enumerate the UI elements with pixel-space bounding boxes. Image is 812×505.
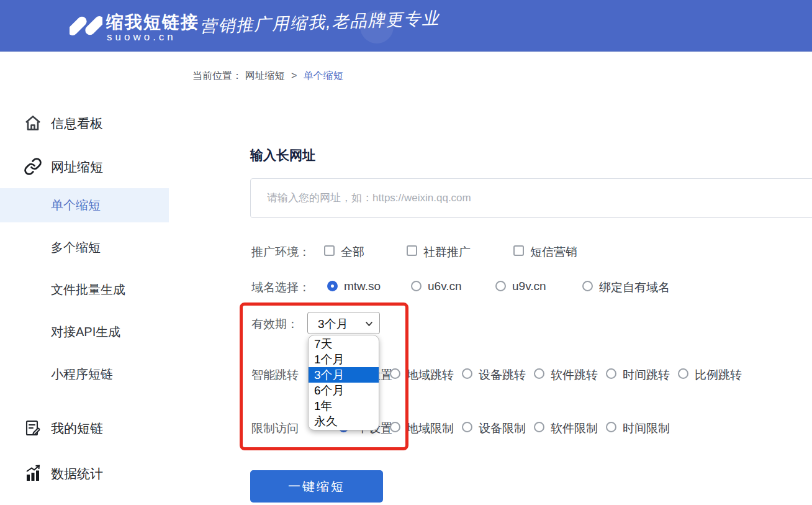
radio-软件跳转[interactable]	[534, 368, 544, 379]
radio-时间限制[interactable]	[606, 422, 616, 432]
validity-option[interactable]: 永久	[309, 414, 379, 429]
option-label[interactable]: 比例跳转	[695, 367, 742, 383]
sidebar-item-url-shorten[interactable]: 网址缩短	[0, 157, 169, 177]
option-label[interactable]: 短信营销	[530, 244, 577, 260]
checkbox-短信营销[interactable]	[513, 245, 524, 256]
option-label[interactable]: mtw.so	[344, 280, 381, 293]
home-icon	[24, 114, 42, 132]
validity-option[interactable]: 7天	[309, 336, 379, 352]
radio-时间跳转[interactable]	[606, 368, 616, 379]
breadcrumb: 当前位置： 网址缩短 > 单个缩短	[192, 70, 343, 83]
breadcrumb-parent-link[interactable]: 网址缩短	[245, 70, 284, 81]
restrict-access-label: 限制访问	[251, 421, 299, 437]
option-label[interactable]: u9v.cn	[512, 280, 546, 293]
shorten-button[interactable]: 一键缩短	[250, 470, 383, 503]
tagline-dot: ·	[190, 17, 196, 39]
brand-domain: suowo.cn	[107, 31, 176, 43]
radio-地域跳转[interactable]	[390, 368, 400, 379]
promo-env-row: 推广环境： 全部社群推广短信营销	[0, 243, 812, 260]
breadcrumb-current-link[interactable]: 单个缩短	[304, 70, 343, 81]
breadcrumb-prefix: 当前位置：	[192, 70, 242, 81]
promo-env-label: 推广环境：	[251, 244, 310, 260]
radio-mtw.so[interactable]	[327, 281, 338, 291]
restrict-access-row: 限制访问 不设置 地域限制设备限制软件限制时间限制	[0, 420, 812, 436]
validity-select[interactable]: 3个月	[307, 312, 380, 334]
sidebar-item-label: 数据统计	[51, 465, 103, 483]
validity-dropdown: 7天1个月3个月6个月1年永久	[308, 335, 379, 430]
breadcrumb-separator: >	[291, 70, 297, 81]
radio-绑定自有域名[interactable]	[582, 281, 593, 291]
option-label[interactable]: 设备限制	[479, 421, 526, 437]
page: 缩我短链接 suowo.cn · 营销推广用缩我,老品牌更专业 当前位置： 网址…	[0, 0, 812, 505]
validity-row: 有效期：	[0, 316, 812, 332]
radio-地域限制[interactable]	[390, 422, 400, 432]
brand-tagline: 营销推广用缩我,老品牌更专业	[199, 7, 440, 37]
long-url-input[interactable]	[250, 178, 812, 218]
validity-label: 有效期：	[251, 316, 299, 332]
link-icon	[24, 157, 42, 176]
chevron-down-icon	[364, 319, 374, 329]
radio-比例跳转[interactable]	[678, 368, 688, 379]
validity-option[interactable]: 3个月	[309, 367, 379, 383]
option-label[interactable]: 社群推广	[423, 244, 471, 260]
option-label[interactable]: 全部	[341, 244, 364, 260]
sidebar-item-dashboard[interactable]: 信息看板	[0, 114, 169, 134]
radio-设备限制[interactable]	[462, 422, 472, 432]
option-label[interactable]: 软件跳转	[551, 367, 598, 383]
radio-软件限制[interactable]	[534, 422, 544, 432]
validity-selected-value: 3个月	[318, 316, 348, 332]
radio-设备跳转[interactable]	[462, 368, 472, 379]
sidebar-item-statistics[interactable]: 数据统计	[0, 464, 169, 484]
radio-u6v.cn[interactable]	[411, 281, 422, 291]
option-label[interactable]: 地域跳转	[407, 367, 454, 383]
validity-option[interactable]: 1年	[309, 398, 379, 414]
smart-jump-row: 智能跳转 不设置 地域跳转设备跳转软件跳转时间跳转比例跳转	[0, 366, 812, 383]
option-label[interactable]: u6v.cn	[428, 280, 462, 293]
option-label[interactable]: 地域限制	[407, 421, 454, 437]
brand-logo-icon	[70, 9, 102, 42]
app-header: 缩我短链接 suowo.cn · 营销推广用缩我,老品牌更专业	[0, 0, 812, 52]
checkbox-社群推广[interactable]	[407, 245, 417, 256]
option-label[interactable]: 时间跳转	[623, 367, 670, 383]
validity-option[interactable]: 6个月	[309, 383, 379, 398]
option-label[interactable]: 软件限制	[551, 421, 598, 437]
page-title: 输入长网址	[250, 147, 315, 164]
domain-select-row: 域名选择： mtw.sou6v.cnu9v.cn绑定自有域名	[0, 279, 812, 295]
sidebar-item-label: 信息看板	[51, 115, 103, 132]
bar-chart-icon	[24, 464, 42, 483]
validity-option[interactable]: 1个月	[309, 352, 379, 367]
radio-u9v.cn[interactable]	[495, 281, 506, 291]
domain-select-label: 域名选择：	[251, 280, 310, 296]
smart-jump-label: 智能跳转	[251, 367, 299, 383]
option-label[interactable]: 设备跳转	[479, 367, 526, 383]
checkbox-全部[interactable]	[324, 245, 335, 256]
sidebar-subitem[interactable]: 单个缩短	[0, 188, 169, 222]
option-label[interactable]: 时间限制	[623, 421, 670, 437]
header-decor-circle	[360, 10, 394, 43]
sidebar-item-label: 网址缩短	[51, 158, 103, 176]
option-label[interactable]: 绑定自有域名	[599, 280, 670, 296]
